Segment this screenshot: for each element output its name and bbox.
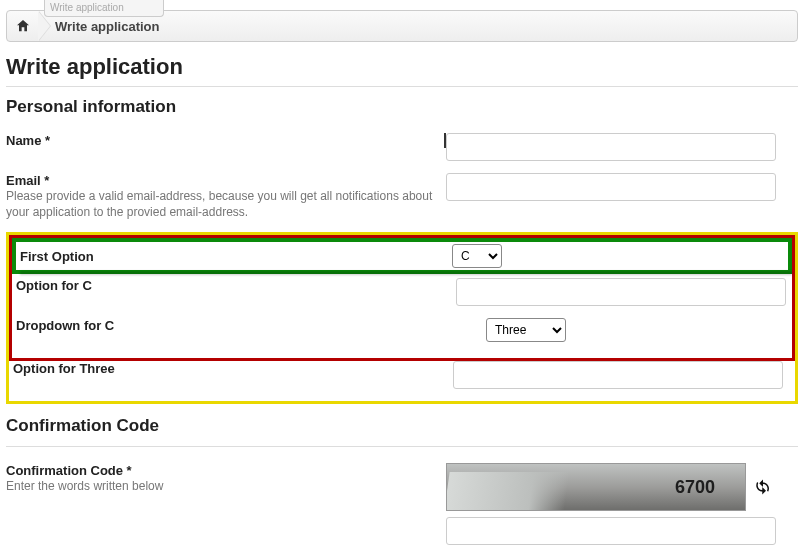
option-for-three-input[interactable] xyxy=(453,361,783,389)
confirmation-code-input[interactable] xyxy=(446,517,776,545)
refresh-icon[interactable] xyxy=(754,478,772,496)
highlight-red: First Option C Option for C Dropd xyxy=(9,235,795,361)
first-option-label: First Option xyxy=(20,249,444,264)
field-name: Name * xyxy=(6,127,798,167)
name-label: Name * xyxy=(6,133,436,148)
name-input[interactable] xyxy=(446,133,776,161)
home-icon[interactable] xyxy=(13,16,33,36)
field-option-for-three: Option for Three xyxy=(9,361,795,401)
divider xyxy=(6,86,798,87)
first-option-select[interactable]: C xyxy=(452,244,502,268)
option-for-c-label: Option for C xyxy=(16,278,448,293)
option-for-three-label: Option for Three xyxy=(13,361,445,376)
dropdown-for-c-label: Dropdown for C xyxy=(16,318,448,333)
highlight-yellow: First Option C Option for C Dropd xyxy=(6,232,798,404)
divider xyxy=(6,446,798,447)
dropdown-for-c-select[interactable]: Three xyxy=(486,318,566,342)
field-email: Email * Please provide a valid email-add… xyxy=(6,167,798,226)
captcha-text: 6700 xyxy=(675,477,715,498)
email-help: Please provide a valid email-address, be… xyxy=(6,188,438,220)
captcha-image: 6700 xyxy=(446,463,746,511)
field-dropdown-for-c: Dropdown for C Three xyxy=(12,318,792,358)
background-tab: Write application xyxy=(44,0,164,17)
field-option-for-c: Option for C xyxy=(12,278,792,318)
section-confirmation: Confirmation Code xyxy=(6,416,798,436)
confirmation-code-help: Enter the words written below xyxy=(6,478,438,494)
confirmation-code-label: Confirmation Code * xyxy=(6,463,438,478)
email-input[interactable] xyxy=(446,173,776,201)
breadcrumb-current: Write application xyxy=(55,19,160,34)
option-for-c-input[interactable] xyxy=(456,278,786,306)
section-personal-info: Personal information xyxy=(6,97,798,117)
page-title: Write application xyxy=(6,54,798,80)
breadcrumb-separator xyxy=(39,11,51,41)
highlight-green: First Option C xyxy=(12,238,792,274)
field-confirmation-code: Confirmation Code * Enter the words writ… xyxy=(6,457,798,546)
email-label: Email * xyxy=(6,173,438,188)
